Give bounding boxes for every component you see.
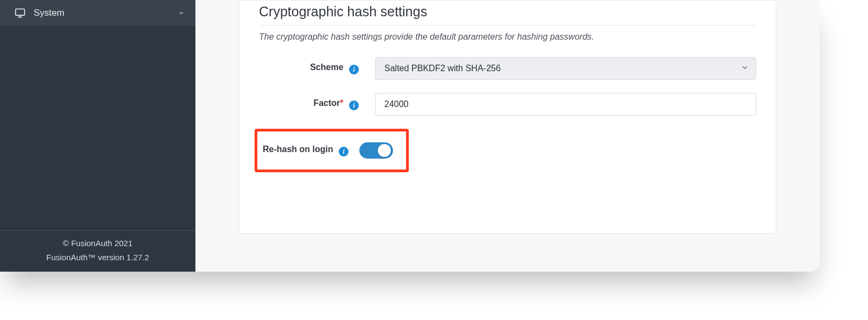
label-factor: Factor* i	[259, 98, 362, 111]
info-icon[interactable]: i	[349, 101, 359, 110]
settings-card: Cryptographic hash settings The cryptogr…	[239, 0, 776, 234]
form-row-scheme: Scheme i Salted PBKDF2 with SHA-256	[259, 57, 756, 80]
toggle-knob	[378, 144, 391, 157]
info-icon[interactable]: i	[349, 65, 359, 74]
app-frame: System © FusionAuth 2021 FusionAuth™ ver…	[0, 0, 820, 272]
scheme-select[interactable]: Salted PBKDF2 with SHA-256	[375, 57, 756, 80]
label-rehash-text: Re-hash on login	[263, 145, 333, 154]
main-content: Cryptographic hash settings The cryptogr…	[195, 0, 820, 272]
sidebar-item-label: System	[34, 8, 65, 18]
section-title: Cryptographic hash settings	[259, 3, 756, 25]
info-icon[interactable]: i	[339, 147, 349, 156]
footer-version: FusionAuth™ version 1.27.2	[4, 250, 191, 265]
label-scheme: Scheme i	[259, 62, 362, 75]
footer-copyright: © FusionAuth 2021	[4, 236, 191, 250]
section-description: The cryptographic hash settings provide …	[259, 32, 756, 42]
form-row-rehash: Re-hash on login i	[259, 129, 756, 172]
label-factor-text: Factor	[313, 98, 340, 108]
monitor-icon	[14, 7, 26, 19]
sidebar-nav: System	[0, 0, 195, 26]
form-row-factor: Factor* i	[259, 93, 756, 116]
factor-input[interactable]	[375, 93, 756, 116]
chevron-left-icon	[177, 10, 185, 16]
sidebar-item-system[interactable]: System	[0, 0, 195, 26]
sidebar-footer: © FusionAuth 2021 FusionAuth™ version 1.…	[0, 230, 195, 272]
scheme-select-value: Salted PBKDF2 with SHA-256	[375, 57, 756, 80]
required-marker: *	[340, 98, 343, 108]
section-rule	[259, 25, 756, 26]
rehash-toggle[interactable]	[359, 142, 393, 159]
sidebar: System © FusionAuth 2021 FusionAuth™ ver…	[0, 0, 195, 272]
highlight-rehash: Re-hash on login i	[255, 129, 409, 172]
label-rehash: Re-hash on login i	[263, 145, 349, 157]
label-scheme-text: Scheme	[310, 62, 343, 72]
svg-rect-0	[16, 9, 25, 16]
